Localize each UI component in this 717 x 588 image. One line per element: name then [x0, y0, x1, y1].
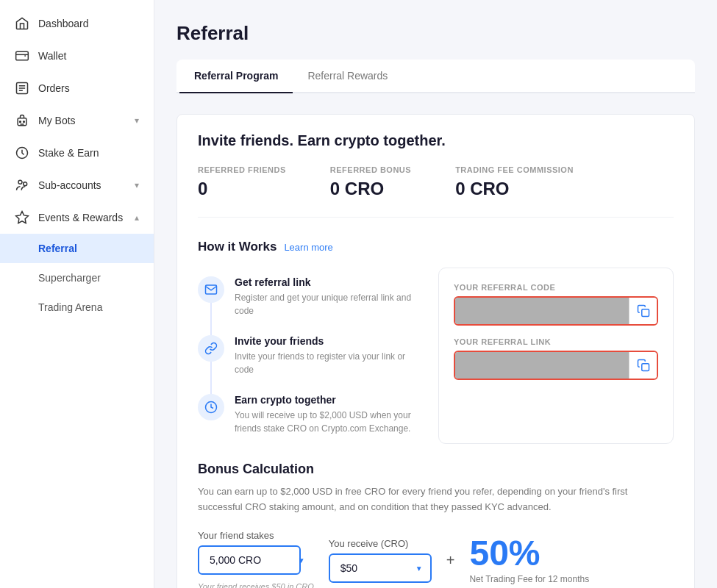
- step-desc-earn-crypto: You will receive up to $2,000 USD when y…: [235, 409, 416, 435]
- stat-label-trading-fee: TRADING FEE COMMISSION: [455, 165, 574, 174]
- sidebar-item-wallet[interactable]: Wallet: [0, 40, 154, 72]
- learn-more-link[interactable]: Learn more: [284, 242, 332, 253]
- step-earn-crypto: Earn crypto together You will receive up…: [198, 385, 416, 444]
- referral-link-wrap: [454, 351, 658, 380]
- sidebar-item-events-rewards[interactable]: Events & Rewards ▴: [0, 201, 154, 234]
- sidebar-label-orders: Orders: [38, 82, 70, 94]
- percent-value: 50%: [469, 536, 540, 571]
- bonus-title: Bonus Calculation: [198, 462, 674, 477]
- svg-point-6: [18, 180, 22, 184]
- sidebar-label-trading-arena: Trading Arena: [38, 301, 102, 313]
- sidebar-item-dashboard[interactable]: Dashboard: [0, 7, 154, 40]
- friend-note: Your friend receives $50 in CRO: [198, 582, 314, 588]
- svg-rect-0: [16, 51, 29, 60]
- svg-point-7: [24, 182, 27, 186]
- step-desc-get-link: Register and get your unique referral li…: [235, 291, 416, 318]
- step-title-earn-crypto: Earn crypto together: [235, 394, 416, 406]
- step-title-invite-friends: Invite your friends: [235, 335, 416, 347]
- you-receive-select-wrap: $50 $100 $500 $2,000: [329, 553, 432, 583]
- copy-icon: [637, 304, 650, 318]
- sidebar-label-events-rewards: Events & Rewards: [38, 212, 123, 223]
- stake-icon: [15, 146, 29, 160]
- bonus-desc: You can earn up to $2,000 USD in free CR…: [198, 484, 674, 515]
- referral-link-field: YOUR REFERRAL LINK: [454, 337, 658, 380]
- friend-stakes-label: Your friend stakes: [198, 530, 314, 541]
- sidebar-label-referral: Referral: [38, 243, 77, 254]
- step-invite-friends: Invite your friends Invite your friends …: [198, 326, 416, 385]
- you-receive-select[interactable]: $50 $100 $500 $2,000: [329, 553, 432, 583]
- chevron-down-icon: ▾: [135, 180, 139, 190]
- copy-link-button[interactable]: [629, 352, 657, 379]
- referral-code-field: YOUR REFERRAL CODE: [454, 283, 658, 326]
- stat-value-trading-fee: 0 CRO: [455, 179, 574, 199]
- step-icon-earn-crypto: [198, 394, 224, 420]
- sidebar-item-supercharger[interactable]: Supercharger: [0, 263, 154, 293]
- sidebar-item-referral[interactable]: Referral: [0, 234, 154, 263]
- referral-program-card: Invite friends. Earn crypto together. RE…: [176, 114, 695, 588]
- sidebar-item-sub-accounts[interactable]: Sub-accounts ▾: [0, 169, 154, 201]
- sidebar-label-supercharger: Supercharger: [38, 272, 101, 284]
- percent-display: 50% Net Trading Fee for 12 months: [469, 536, 589, 584]
- stat-value-referred-friends: 0: [198, 179, 286, 199]
- friend-stakes-field: Your friend stakes 5,000 CRO 10,000 CRO …: [198, 530, 314, 588]
- stat-label-referred-friends: REFERRED FRIENDS: [198, 165, 286, 174]
- step-content-get-link: Get referral link Register and get your …: [235, 276, 416, 318]
- step-desc-invite-friends: Invite your friends to register via your…: [235, 350, 416, 376]
- main-content: Referral Referral Program Referral Rewar…: [154, 0, 717, 588]
- invite-heading: Invite friends. Earn crypto together.: [198, 132, 674, 149]
- tab-bar: Referral Program Referral Rewards: [176, 60, 695, 93]
- stats-row: REFERRED FRIENDS 0 REFERRED BONUS 0 CRO …: [198, 165, 674, 218]
- chevron-up-icon: ▴: [135, 212, 139, 223]
- chevron-down-icon: ▾: [135, 115, 139, 126]
- step-title-get-link: Get referral link: [235, 276, 416, 288]
- steps-list: Get referral link Register and get your …: [198, 268, 416, 444]
- sidebar-item-trading-arena[interactable]: Trading Arena: [0, 293, 154, 322]
- bonus-section: Bonus Calculation You can earn up to $2,…: [198, 462, 674, 588]
- friend-stakes-select[interactable]: 5,000 CRO 10,000 CRO 50,000 CRO 100,000 …: [198, 545, 301, 575]
- step-content-earn-crypto: Earn crypto together You will receive up…: [235, 394, 416, 435]
- svg-point-4: [24, 121, 25, 123]
- sidebar-item-orders[interactable]: Orders: [0, 72, 154, 104]
- page-title: Referral: [176, 22, 695, 45]
- sidebar: Dashboard Wallet Orders My Bots ▾ Stake …: [0, 0, 154, 588]
- sidebar-item-my-bots[interactable]: My Bots ▾: [0, 104, 154, 137]
- step-content-invite-friends: Invite your friends Invite your friends …: [235, 335, 416, 376]
- step-icon-get-link: [198, 276, 224, 303]
- how-header: How it Works Learn more: [198, 240, 674, 254]
- copy-code-button[interactable]: [629, 298, 657, 324]
- sidebar-label-sub-accounts: Sub-accounts: [38, 179, 101, 191]
- subaccounts-icon: [15, 178, 29, 193]
- friend-stakes-select-wrap: 5,000 CRO 10,000 CRO 50,000 CRO 100,000 …: [198, 545, 314, 575]
- sidebar-label-stake-earn: Stake & Earn: [38, 147, 99, 159]
- sidebar-label-wallet: Wallet: [38, 50, 66, 62]
- step-icon-invite-friends: [198, 335, 224, 362]
- plus-sign: +: [446, 552, 455, 569]
- svg-point-3: [20, 121, 21, 123]
- bots-icon: [15, 113, 29, 128]
- stat-label-referred-bonus: REFERRED BONUS: [330, 165, 411, 174]
- svg-rect-10: [641, 364, 649, 371]
- sidebar-item-stake-earn[interactable]: Stake & Earn: [0, 137, 154, 169]
- tab-referral-rewards[interactable]: Referral Rewards: [293, 60, 402, 93]
- referral-code-input: [455, 298, 629, 324]
- how-title: How it Works: [198, 240, 277, 254]
- stat-value-referred-bonus: 0 CRO: [330, 179, 411, 199]
- home-icon: [15, 16, 29, 31]
- you-receive-field: You receive (CRO) $50 $100 $500 $2,000: [329, 538, 432, 583]
- sidebar-label-my-bots: My Bots: [38, 115, 76, 126]
- events-icon: [15, 210, 29, 225]
- referral-code-wrap: [454, 296, 658, 326]
- tab-referral-program[interactable]: Referral Program: [179, 60, 293, 93]
- svg-rect-9: [641, 309, 649, 317]
- how-it-works-section: How it Works Learn more Get referral lin…: [198, 240, 674, 444]
- stat-referred-bonus: REFERRED BONUS 0 CRO: [330, 165, 411, 199]
- sidebar-label-dashboard: Dashboard: [38, 18, 89, 29]
- wallet-icon: [15, 49, 29, 63]
- copy-link-icon: [637, 359, 650, 372]
- referral-link-input: [455, 352, 629, 379]
- orders-icon: [15, 81, 29, 96]
- stat-referred-friends: REFERRED FRIENDS 0: [198, 165, 286, 199]
- referral-code-card: YOUR REFERRAL CODE YOUR REFERRAL LINK: [438, 268, 674, 444]
- step-get-link: Get referral link Register and get your …: [198, 268, 416, 326]
- referral-link-label: YOUR REFERRAL LINK: [454, 337, 658, 346]
